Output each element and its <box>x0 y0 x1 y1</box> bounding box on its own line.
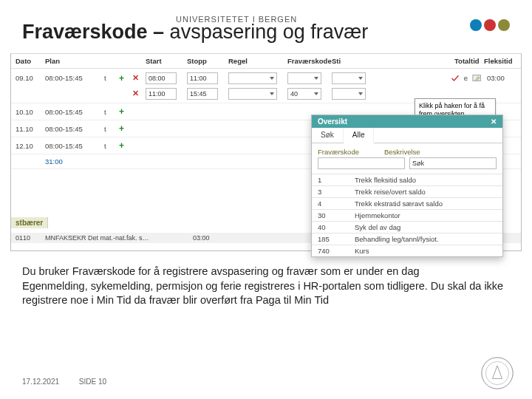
cost-text: MNFAKSEKR Det mat.-nat.fak. s… <box>45 234 193 242</box>
cell-plan: 08:00-15:45 <box>45 142 104 150</box>
fkode-desc: Trekk fleksitid saldo <box>349 174 502 186</box>
svg-point-1 <box>482 358 513 389</box>
brand-dots <box>468 19 510 34</box>
th-dato: Dato <box>16 57 45 65</box>
list-item[interactable]: 185Behandling leg/tannl/fysiot. <box>312 233 502 245</box>
list-item[interactable]: 740Kurs <box>312 245 502 257</box>
regel-select[interactable] <box>228 72 277 84</box>
chevron-down-icon <box>270 77 274 80</box>
delete-line-icon[interactable]: ✕ <box>132 73 146 83</box>
cost-val: 03:00 <box>193 234 222 242</box>
search-beskrivelse-input[interactable]: Søk <box>409 157 497 169</box>
chevron-down-icon <box>314 77 318 80</box>
cost-label: stbærer <box>11 217 48 228</box>
th-t <box>104 57 119 65</box>
th-totaltid: Totaltid <box>454 57 484 65</box>
search-fkode-input[interactable] <box>318 157 405 169</box>
fkode-desc: Trekk reise/overt saldo <box>349 186 502 198</box>
fkode-code: 4 <box>312 198 349 210</box>
chevron-down-icon <box>358 77 363 80</box>
cell-dato: 11.10 <box>16 125 45 133</box>
th-plan: Plan <box>45 57 104 65</box>
slide-footer: 17.12.2021 SIDE 10 <box>22 378 106 386</box>
fkode-desc: Hjemmekontor <box>349 210 502 222</box>
fkode-table: 1Trekk fleksitid saldo3Trekk reise/overt… <box>312 174 502 256</box>
dot-red <box>484 19 496 31</box>
fkode-code: 30 <box>312 210 349 222</box>
sti-select[interactable] <box>332 88 366 100</box>
fkode-desc: Kurs <box>349 245 502 257</box>
add-line-icon[interactable]: + <box>119 123 132 134</box>
fkode-select[interactable] <box>287 72 321 84</box>
fkode-desc: Syk del av dag <box>349 222 502 233</box>
th-add <box>119 57 132 65</box>
body-copy: Du bruker Fraværskode for å registrere a… <box>22 265 510 308</box>
fkode-code: 185 <box>312 233 349 245</box>
oversikt-popup: Oversikt ✕ Søk Alle Fraværskode Beskrive… <box>311 115 503 257</box>
cell-plan: 08:00-15:45 <box>45 125 104 133</box>
edit-icon[interactable] <box>472 74 482 83</box>
cell-t: t <box>104 108 119 116</box>
close-icon[interactable]: ✕ <box>491 117 497 126</box>
body-p2: Egenmelding, sykemelding, permisjon og f… <box>22 279 510 308</box>
fkode-desc: Trekk ekstratid særavt saldo <box>349 198 502 210</box>
col-beskrivelse: Beskrivelse <box>384 148 420 156</box>
tab-alle[interactable]: Alle <box>344 128 375 143</box>
title-rest: avspasering og fravær <box>164 21 368 43</box>
list-item[interactable]: 30Hjemmekontor <box>312 210 502 222</box>
university-seal-icon <box>480 356 514 390</box>
th-fkode: Fraværskode <box>287 57 332 65</box>
cell-dato: 10.10 <box>16 108 45 116</box>
cell-plan: 08:00-15:45 <box>45 108 104 116</box>
list-item[interactable]: 40Syk del av dag <box>312 222 502 233</box>
th-del <box>132 57 146 65</box>
cell-t: t <box>104 125 119 133</box>
stopp-input[interactable]: 11:00 <box>187 72 218 84</box>
table-row: 09.10 08:00-15:45 t + ✕ 08:00 11:00 e 03… <box>11 69 521 87</box>
fkode-desc: Behandling leg/tannl/fysiot. <box>349 233 502 245</box>
chevron-down-icon <box>358 92 363 95</box>
chevron-down-icon <box>270 92 274 95</box>
fkode-code: 40 <box>312 222 349 233</box>
add-line-icon[interactable]: + <box>119 106 132 117</box>
fkode-code: 1 <box>312 174 349 186</box>
start-input[interactable]: 08:00 <box>146 72 177 84</box>
cell-dato: 09.10 <box>16 74 45 82</box>
th-start: Start <box>146 57 187 65</box>
fkode-select[interactable]: 40 <box>287 88 321 100</box>
regel-select[interactable] <box>228 88 277 100</box>
col-fkode: Fraværskode <box>318 148 384 156</box>
dot-olive <box>498 19 510 31</box>
add-line-icon[interactable]: + <box>119 73 132 83</box>
cell-plan: 08:00-15:45 <box>45 74 104 82</box>
cost-code: 0110 <box>16 234 45 242</box>
cell-t: t <box>104 142 119 150</box>
list-item[interactable]: 1Trekk fleksitid saldo <box>312 174 502 186</box>
body-p1: Du bruker Fraværskode for å registrere a… <box>22 265 510 279</box>
confirm-check-icon[interactable] <box>451 74 460 83</box>
popup-titlebar: Oversikt ✕ <box>312 115 502 128</box>
fkode-code: 740 <box>312 245 349 257</box>
delete-line-icon[interactable]: ✕ <box>132 89 146 98</box>
tab-sok[interactable]: Søk <box>312 128 344 143</box>
start-input[interactable]: 11:00 <box>146 88 177 100</box>
cell-t: t <box>104 74 119 82</box>
timesheet-app: Dato Plan Start Stopp Regel Fraværskode … <box>10 53 522 251</box>
stopp-input[interactable]: 15:45 <box>187 88 218 100</box>
dot-blue <box>470 19 482 31</box>
th-regel: Regel <box>228 57 287 65</box>
sti-select[interactable] <box>332 72 366 84</box>
th-stopp: Stopp <box>187 57 228 65</box>
add-line-icon[interactable]: + <box>119 140 132 151</box>
cell-totaltid: 03:00 <box>487 74 516 82</box>
cell-e: e <box>464 74 468 82</box>
cell-dato: 12.10 <box>16 142 45 150</box>
table-header: Dato Plan Start Stopp Regel Fraværskode … <box>11 54 521 69</box>
subtotal-value: 31:00 <box>45 157 104 166</box>
list-item[interactable]: 4Trekk ekstratid særavt saldo <box>312 198 502 210</box>
th-fleksitid: Fleksitid <box>484 57 516 65</box>
footer-date: 17.12.2021 <box>22 378 59 386</box>
popup-tabs: Søk Alle <box>312 128 502 143</box>
list-item[interactable]: 3Trekk reise/overt saldo <box>312 186 502 198</box>
chevron-down-icon <box>314 92 318 95</box>
